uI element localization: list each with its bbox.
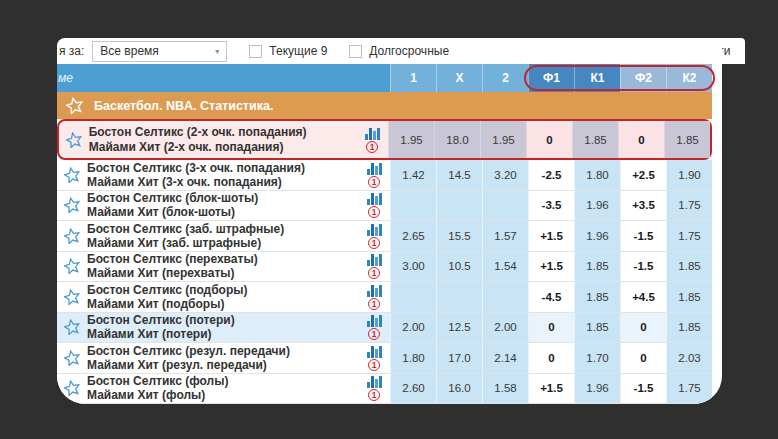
favorite-star-icon[interactable] bbox=[64, 258, 80, 274]
odds-cell-X[interactable]: 17.0 bbox=[436, 343, 482, 373]
odds-cell-К2[interactable]: 1.85 bbox=[666, 313, 712, 343]
event-row[interactable]: Бостон Селтикс (подборы) Майами Хит (под… bbox=[57, 282, 712, 313]
live-marker-icon[interactable]: 1 bbox=[368, 206, 380, 218]
favorite-star-cell[interactable] bbox=[59, 121, 89, 158]
odds-cell-X[interactable]: 14.5 bbox=[436, 160, 482, 190]
odds-cell-К2[interactable]: 1.90 bbox=[666, 160, 712, 190]
odds-cell-Ф1[interactable]: +1.5 bbox=[528, 374, 574, 404]
favorite-star-icon[interactable] bbox=[64, 197, 80, 213]
stats-bar-chart-icon[interactable] bbox=[367, 314, 382, 327]
event-row[interactable]: Бостон Селтикс (перехваты) Майами Хит (п… bbox=[57, 252, 712, 283]
odds-cell-К1[interactable]: 1.85 bbox=[574, 282, 620, 312]
odds-cell-К1[interactable]: 1.96 bbox=[574, 191, 620, 221]
odds-cell-X[interactable] bbox=[436, 282, 482, 312]
odds-cell-Ф2[interactable]: 0 bbox=[620, 343, 666, 373]
favorite-star-icon[interactable] bbox=[64, 228, 80, 244]
live-marker-icon[interactable]: 1 bbox=[368, 359, 380, 371]
odds-cell-1[interactable]: 2.60 bbox=[390, 374, 436, 404]
event-row[interactable]: Бостон Селтикс (заб. штрафные) Майами Хи… bbox=[57, 221, 712, 252]
stats-bar-chart-icon[interactable] bbox=[367, 192, 382, 205]
event-name-cell[interactable]: Бостон Селтикс (потери) Майами Хит (поте… bbox=[87, 313, 358, 343]
odds-cell-Ф2[interactable]: -1.5 bbox=[620, 221, 666, 251]
live-marker-icon[interactable]: 1 bbox=[368, 328, 380, 340]
favorite-star-cell[interactable] bbox=[57, 221, 87, 251]
header-col-k2[interactable]: К2 bbox=[666, 64, 712, 92]
odds-cell-1[interactable] bbox=[390, 282, 436, 312]
odds-cell-Ф2[interactable]: +3.5 bbox=[620, 191, 666, 221]
odds-cell-К2[interactable]: 1.75 bbox=[666, 374, 712, 404]
live-marker-icon[interactable]: 1 bbox=[368, 176, 380, 188]
odds-cell-Ф1[interactable]: -3.5 bbox=[528, 191, 574, 221]
odds-cell-X[interactable]: 16.0 bbox=[436, 374, 482, 404]
odds-cell-Ф1[interactable]: -4.5 bbox=[528, 282, 574, 312]
odds-cell-2[interactable]: 1.57 bbox=[482, 221, 528, 251]
favorite-star-icon[interactable] bbox=[64, 167, 80, 183]
odds-cell-1[interactable]: 2.65 bbox=[390, 221, 436, 251]
odds-cell-К1[interactable]: 1.80 bbox=[574, 160, 620, 190]
header-col-1[interactable]: 1 bbox=[390, 64, 436, 92]
odds-cell-Ф1[interactable]: 0 bbox=[528, 343, 574, 373]
stats-bar-chart-icon[interactable] bbox=[367, 223, 382, 236]
event-row[interactable]: Бостон Селтикс (фолы) Майами Хит (фолы) … bbox=[57, 374, 712, 405]
odds-cell-Ф1[interactable]: -2.5 bbox=[528, 160, 574, 190]
odds-cell-2[interactable]: 1.58 bbox=[482, 374, 528, 404]
odds-cell-1[interactable]: 1.95 bbox=[388, 121, 434, 158]
header-col-f1[interactable]: Ф1 bbox=[528, 64, 574, 92]
stats-bar-chart-icon[interactable] bbox=[367, 284, 382, 297]
event-row[interactable]: Бостон Селтикс (2-х очк. попадания) Майа… bbox=[57, 119, 712, 160]
odds-cell-К2[interactable]: 1.85 bbox=[666, 282, 712, 312]
odds-cell-1[interactable] bbox=[390, 191, 436, 221]
odds-cell-К1[interactable]: 1.96 bbox=[574, 221, 620, 251]
odds-cell-Ф2[interactable]: 0 bbox=[620, 313, 666, 343]
odds-cell-Ф2[interactable]: -1.5 bbox=[620, 252, 666, 282]
odds-cell-К1[interactable]: 1.85 bbox=[574, 252, 620, 282]
odds-cell-К2[interactable]: 1.75 bbox=[666, 191, 712, 221]
odds-cell-2[interactable]: 3.20 bbox=[482, 160, 528, 190]
odds-cell-2[interactable] bbox=[482, 282, 528, 312]
event-row[interactable]: Бостон Селтикс (блок-шоты) Майами Хит (б… bbox=[57, 191, 712, 222]
odds-cell-1[interactable]: 1.42 bbox=[390, 160, 436, 190]
live-marker-icon[interactable]: 1 bbox=[366, 141, 378, 153]
odds-cell-X[interactable]: 18.0 bbox=[434, 121, 480, 158]
odds-cell-X[interactable]: 10.5 bbox=[436, 252, 482, 282]
odds-cell-К1[interactable]: 1.96 bbox=[574, 374, 620, 404]
event-row[interactable]: Бостон Селтикс (3-х очк. попадания) Майа… bbox=[57, 160, 712, 191]
period-select[interactable]: Все время ▾ bbox=[92, 41, 227, 62]
event-name-cell[interactable]: Бостон Селтикс (блок-шоты) Майами Хит (б… bbox=[87, 191, 358, 221]
live-marker-icon[interactable]: 1 bbox=[368, 267, 380, 279]
favorite-star-icon[interactable] bbox=[66, 132, 82, 148]
header-col-f2[interactable]: Ф2 bbox=[620, 64, 666, 92]
odds-cell-1[interactable]: 3.00 bbox=[390, 252, 436, 282]
odds-cell-2[interactable]: 1.54 bbox=[482, 252, 528, 282]
odds-cell-Ф2[interactable]: -1.5 bbox=[620, 374, 666, 404]
stats-bar-chart-icon[interactable] bbox=[365, 127, 380, 140]
odds-cell-2[interactable]: 2.00 bbox=[482, 313, 528, 343]
stats-bar-chart-icon[interactable] bbox=[367, 345, 382, 358]
event-name-cell[interactable]: Бостон Селтикс (подборы) Майами Хит (под… bbox=[87, 282, 358, 312]
event-name-cell[interactable]: Бостон Селтикс (заб. штрафные) Майами Хи… bbox=[87, 221, 358, 251]
odds-cell-1[interactable]: 2.00 bbox=[390, 313, 436, 343]
favorite-star-cell[interactable] bbox=[57, 282, 87, 312]
event-row[interactable]: Бостон Селтикс (резул. передачи) Майами … bbox=[57, 343, 712, 374]
odds-cell-К1[interactable]: 1.70 bbox=[574, 343, 620, 373]
stats-bar-chart-icon[interactable] bbox=[367, 162, 382, 175]
odds-cell-Ф2[interactable]: +4.5 bbox=[620, 282, 666, 312]
live-marker-icon[interactable]: 1 bbox=[368, 298, 380, 310]
odds-cell-К2[interactable]: 1.75 bbox=[666, 221, 712, 251]
live-marker-icon[interactable]: 1 bbox=[368, 237, 380, 249]
odds-cell-Ф2[interactable]: +2.5 bbox=[620, 160, 666, 190]
odds-cell-2[interactable]: 2.14 bbox=[482, 343, 528, 373]
favorite-star-cell[interactable] bbox=[57, 191, 87, 221]
event-name-cell[interactable]: Бостон Селтикс (фолы) Майами Хит (фолы) bbox=[87, 374, 358, 404]
live-marker-icon[interactable]: 1 bbox=[368, 389, 380, 401]
section-header[interactable]: Баскетбол. NBA. Статистика. bbox=[57, 92, 712, 119]
header-col-x[interactable]: X bbox=[436, 64, 482, 92]
favorite-star-icon[interactable] bbox=[64, 289, 80, 305]
odds-cell-Ф1[interactable]: 0 bbox=[526, 121, 572, 158]
odds-cell-X[interactable] bbox=[436, 191, 482, 221]
event-row[interactable]: Бостон Селтикс (потери) Майами Хит (поте… bbox=[57, 313, 712, 344]
odds-cell-К1[interactable]: 1.85 bbox=[574, 313, 620, 343]
odds-cell-Ф1[interactable]: 0 bbox=[528, 313, 574, 343]
odds-cell-Ф1[interactable]: +1.5 bbox=[528, 221, 574, 251]
odds-cell-Ф2[interactable]: 0 bbox=[618, 121, 664, 158]
